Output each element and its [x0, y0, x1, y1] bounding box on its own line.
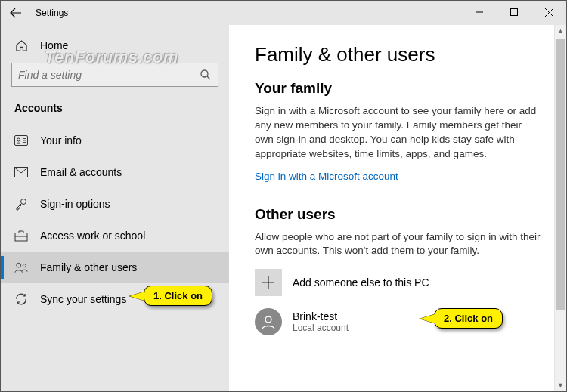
svg-rect-6: [15, 233, 27, 242]
scroll-down-icon[interactable]: ▼: [555, 379, 566, 391]
sidebar-item-label: Access work or school: [40, 230, 145, 242]
page-title: Family & other users: [255, 43, 541, 66]
sidebar: Home Accounts Your info Email & accounts: [1, 25, 229, 391]
section-header: Accounts: [1, 97, 229, 125]
add-user-button[interactable]: Add someone else to this PC: [255, 269, 541, 296]
svg-point-9: [265, 316, 271, 323]
sidebar-item-work[interactable]: Access work or school: [1, 220, 229, 252]
svg-point-3: [17, 138, 20, 141]
close-icon: [545, 8, 553, 17]
search-icon: [200, 69, 212, 81]
avatar: [255, 308, 282, 335]
home-label: Home: [40, 39, 68, 51]
callout-2: 2. Click on: [434, 308, 503, 329]
search-input[interactable]: [18, 69, 184, 81]
main-panel: Family & other users Your family Sign in…: [229, 25, 566, 391]
sidebar-item-label: Your info: [40, 134, 82, 147]
callout-1: 1. Click on: [144, 286, 212, 306]
svg-rect-0: [511, 9, 518, 16]
other-body: Allow people who are not part of your fa…: [255, 230, 541, 259]
family-body: Sign in with a Microsoft account to see …: [255, 104, 541, 162]
other-heading: Other users: [255, 206, 541, 223]
sidebar-item-label: Sign-in options: [40, 198, 110, 210]
arrow-left-icon: [10, 7, 22, 19]
scroll-up-icon[interactable]: ▲: [555, 25, 566, 37]
window-title: Settings: [36, 8, 68, 18]
home-icon: [14, 39, 28, 52]
maximize-icon: [510, 8, 518, 16]
user-type: Local account: [293, 323, 349, 333]
maximize-button[interactable]: [497, 1, 531, 23]
sidebar-item-label: Email & accounts: [40, 166, 122, 178]
sidebar-item-family[interactable]: Family & other users: [1, 252, 229, 283]
close-button[interactable]: [531, 1, 566, 23]
sidebar-item-your-info[interactable]: Your info: [1, 125, 229, 156]
minimize-button[interactable]: [462, 1, 497, 23]
plus-icon: [255, 269, 282, 296]
svg-rect-4: [15, 168, 28, 177]
mail-icon: [14, 165, 28, 179]
sidebar-item-signin[interactable]: Sign-in options: [1, 188, 229, 220]
home-nav[interactable]: Home: [1, 31, 229, 60]
sidebar-item-label: Sync your settings: [40, 293, 126, 305]
people-icon: [14, 261, 28, 274]
badge-icon: [14, 134, 28, 147]
scroll-thumb[interactable]: [556, 39, 565, 310]
briefcase-icon: [14, 229, 28, 242]
search-box[interactable]: [11, 63, 218, 87]
sidebar-item-label: Family & other users: [40, 261, 137, 273]
signin-link[interactable]: Sign in with a Microsoft account: [255, 171, 398, 182]
minimize-icon: [476, 8, 483, 16]
sync-icon: [14, 292, 28, 306]
family-heading: Your family: [255, 80, 541, 97]
titlebar: Settings: [1, 1, 566, 25]
svg-point-7: [17, 263, 21, 267]
svg-point-5: [21, 199, 26, 205]
add-user-label: Add someone else to this PC: [293, 276, 429, 289]
content-area: Home Accounts Your info Email & accounts: [1, 25, 566, 391]
key-icon: [14, 197, 28, 211]
back-button[interactable]: [1, 1, 31, 25]
user-name: Brink-test: [293, 310, 349, 323]
sidebar-item-email[interactable]: Email & accounts: [1, 156, 229, 188]
scrollbar[interactable]: ▲ ▼: [554, 25, 566, 391]
svg-point-8: [23, 264, 26, 267]
svg-point-1: [201, 70, 208, 77]
